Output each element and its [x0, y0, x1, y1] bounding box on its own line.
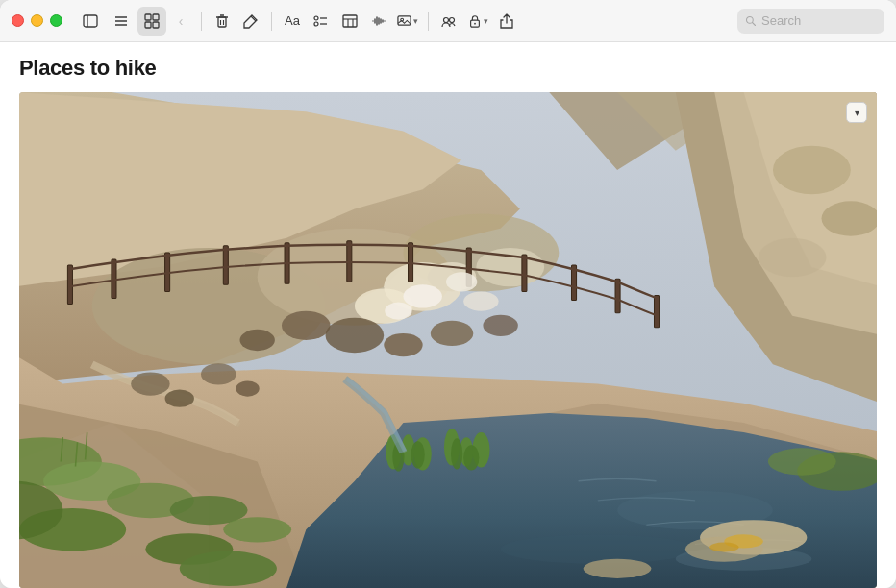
divider-2	[271, 12, 272, 31]
list-view-button[interactable]	[107, 7, 136, 36]
svg-point-58	[384, 333, 422, 356]
note-image-container: ▾	[19, 92, 877, 588]
svg-rect-19	[343, 15, 357, 27]
back-button[interactable]: ‹	[168, 9, 193, 34]
svg-rect-5	[145, 14, 151, 20]
svg-point-88	[584, 559, 652, 578]
svg-point-115	[446, 272, 477, 291]
svg-rect-66	[67, 265, 72, 304]
svg-rect-8	[153, 22, 159, 28]
svg-point-56	[282, 311, 331, 340]
compose-button[interactable]	[236, 7, 265, 36]
svg-rect-69	[223, 246, 228, 284]
svg-point-33	[450, 17, 455, 22]
app-window: ‹ Aa	[0, 0, 896, 588]
svg-point-110	[131, 372, 169, 395]
svg-point-97	[180, 551, 277, 586]
svg-point-116	[385, 303, 411, 320]
svg-rect-77	[654, 295, 659, 327]
svg-point-15	[314, 16, 318, 20]
svg-point-44	[773, 146, 851, 195]
svg-rect-7	[145, 22, 151, 28]
image-dropdown-button[interactable]: ▾	[846, 102, 867, 123]
table-button[interactable]	[336, 7, 364, 36]
divider-1	[201, 12, 202, 31]
sidebar-toggle-button[interactable]	[76, 7, 105, 36]
titlebar: ‹ Aa	[0, 0, 896, 42]
share-button[interactable]	[492, 7, 521, 36]
close-button[interactable]	[12, 14, 24, 27]
maximize-button[interactable]	[50, 14, 62, 27]
note-image	[19, 92, 877, 588]
image-dropdown-icon: ▾	[855, 108, 859, 118]
svg-rect-0	[84, 15, 97, 27]
grid-view-button[interactable]	[137, 7, 166, 36]
svg-point-114	[403, 284, 441, 307]
collaborate-button[interactable]	[435, 7, 463, 36]
svg-point-111	[165, 390, 194, 407]
media-dropdown-caret: ▾	[413, 16, 418, 26]
search-input[interactable]	[761, 13, 877, 28]
minimize-button[interactable]	[31, 14, 43, 27]
lock-dropdown-caret: ▾	[484, 16, 488, 26]
audio-button[interactable]	[364, 7, 393, 36]
svg-point-59	[239, 330, 274, 351]
svg-point-95	[223, 517, 291, 542]
svg-point-32	[444, 17, 449, 22]
traffic-lights	[12, 14, 62, 27]
note-content: Places to hike	[0, 42, 896, 588]
svg-line-37	[753, 22, 756, 25]
svg-point-61	[483, 315, 517, 336]
svg-point-46	[759, 238, 827, 277]
svg-point-108	[451, 438, 462, 469]
svg-point-99	[768, 448, 836, 475]
svg-point-109	[463, 445, 479, 470]
checklist-button[interactable]	[307, 7, 336, 36]
delete-button[interactable]	[208, 7, 236, 36]
media-button[interactable]: ▾	[393, 7, 422, 36]
svg-point-117	[463, 291, 498, 310]
svg-rect-6	[153, 14, 159, 20]
svg-point-84	[501, 534, 695, 563]
note-title: Places to hike	[19, 56, 877, 81]
svg-point-113	[236, 380, 259, 396]
svg-rect-9	[218, 17, 226, 27]
lock-button[interactable]: ▾	[463, 7, 492, 36]
svg-point-119	[709, 542, 738, 551]
format-text-button[interactable]: Aa	[278, 7, 307, 36]
view-controls	[76, 7, 166, 36]
format-text-label: Aa	[285, 13, 300, 28]
svg-point-112	[201, 363, 236, 384]
divider-3	[428, 12, 429, 31]
search-area[interactable]	[737, 9, 884, 34]
svg-point-35	[474, 22, 476, 24]
svg-point-107	[411, 441, 425, 468]
svg-rect-74	[522, 255, 527, 291]
svg-point-57	[326, 318, 385, 353]
search-icon	[745, 15, 757, 27]
svg-point-16	[314, 22, 318, 26]
svg-point-60	[431, 321, 474, 346]
